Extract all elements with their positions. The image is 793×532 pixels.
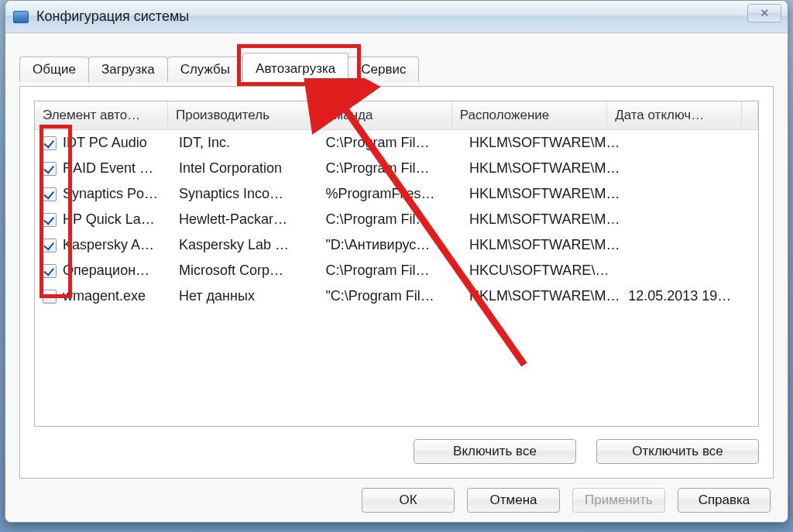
cell-location: HKLM\SOFTWARE\M… <box>462 184 620 204</box>
cell-date <box>620 261 758 280</box>
cell-vendor: Kaspersky Lab … <box>171 235 318 255</box>
cell-item: Synaptics Po… <box>35 184 171 204</box>
startup-listview[interactable]: Элемент авто… Производитель Команда Расп… <box>34 101 759 427</box>
cell-location: HKCU\SOFTWARE\… <box>462 261 620 280</box>
tab-general[interactable]: Общие <box>19 57 89 82</box>
row-checkbox[interactable] <box>43 290 57 304</box>
close-button[interactable]: ✕ <box>747 4 781 22</box>
disable-all-button[interactable]: Отключить все <box>596 439 759 464</box>
cell-item: RAID Event … <box>35 159 171 178</box>
cancel-button[interactable]: Отмена <box>467 488 560 513</box>
ok-button[interactable]: ОК <box>362 488 455 513</box>
cell-location: HKLM\SOFTWARE\M… <box>462 287 620 306</box>
cell-vendor: Microsoft Corp… <box>171 261 318 280</box>
titlebar[interactable]: Конфигурация системы ✕ <box>5 1 788 33</box>
row-checkbox[interactable] <box>43 213 57 227</box>
cell-item: Kaspersky A… <box>35 235 171 255</box>
cell-location: HKLM\SOFTWARE\M… <box>462 133 620 153</box>
cell-location: HKLM\SOFTWARE\M… <box>462 159 620 178</box>
cell-command: "D:\Антивирус… <box>318 235 462 255</box>
item-label: IDT PC Audio <box>63 135 147 151</box>
table-row[interactable]: Synaptics Po…Synaptics Inco…%ProgramFile… <box>35 181 758 207</box>
item-label: wmagent.exe <box>63 288 146 304</box>
cell-vendor: Intel Corporation <box>171 159 318 178</box>
col-header-date[interactable]: Дата отключ… <box>607 101 742 129</box>
row-checkbox[interactable] <box>43 187 57 201</box>
cell-date <box>620 184 758 204</box>
cell-command: C:\Program Fil… <box>318 210 462 229</box>
cell-date <box>620 235 758 255</box>
cell-item: HP Quick La… <box>35 210 171 229</box>
cell-item: Операцион… <box>35 261 171 280</box>
apply-button: Применить <box>572 488 665 513</box>
cell-item: wmagent.exe <box>35 287 171 306</box>
table-row[interactable]: wmagent.exeНет данных"C:\Program Fil…HKL… <box>35 283 758 309</box>
cell-date <box>620 159 758 178</box>
tab-services[interactable]: Службы <box>167 57 243 82</box>
cell-command: C:\Program Fil… <box>318 133 462 153</box>
cell-item: IDT PC Audio <box>35 133 171 153</box>
col-header-location[interactable]: Расположение <box>452 101 607 129</box>
table-row[interactable]: IDT PC AudioIDT, Inc.C:\Program Fil…HKLM… <box>35 130 758 156</box>
help-button[interactable]: Справка <box>678 488 771 513</box>
panel-button-row: Включить все Отключить все <box>34 427 759 464</box>
col-header-item[interactable]: Элемент авто… <box>35 101 168 129</box>
dialog-button-row: ОК Отмена Применить Справка <box>19 483 774 513</box>
tab-tools[interactable]: Сервис <box>348 57 419 82</box>
table-row[interactable]: RAID Event …Intel CorporationC:\Program … <box>35 156 758 181</box>
table-row[interactable]: Операцион…Microsoft Corp…C:\Program Fil…… <box>35 258 758 283</box>
cell-command: %ProgramFiles… <box>318 184 462 204</box>
window-title: Конфигурация системы <box>36 9 189 25</box>
tabstrip: Общие Загрузка Службы Автозагрузка Серви… <box>19 47 774 81</box>
cell-command: C:\Program Fil… <box>318 159 462 178</box>
row-checkbox[interactable] <box>43 239 57 252</box>
cell-vendor: Hewlett-Packar… <box>171 210 318 229</box>
col-header-command[interactable]: Команда <box>311 101 451 129</box>
tab-boot[interactable]: Загрузка <box>88 57 168 82</box>
row-checkbox[interactable] <box>43 136 57 150</box>
tab-startup[interactable]: Автозагрузка <box>242 53 348 82</box>
table-row[interactable]: HP Quick La…Hewlett-Packar…C:\Program Fi… <box>35 207 758 232</box>
enable-all-button[interactable]: Включить все <box>414 439 576 464</box>
item-label: RAID Event … <box>63 160 153 177</box>
cell-location: HKLM\SOFTWARE\M… <box>462 235 620 255</box>
item-label: HP Quick La… <box>63 211 155 228</box>
cell-command: C:\Program Fil… <box>318 261 462 280</box>
cell-location: HKLM\SOFTWARE\M… <box>462 210 620 229</box>
cell-date: 12.05.2013 19… <box>620 287 758 306</box>
cell-vendor: Synaptics Inco… <box>171 184 318 204</box>
cell-command: "C:\Program Fil… <box>318 287 462 306</box>
startup-tabpanel: Элемент авто… Производитель Команда Расп… <box>19 86 774 479</box>
item-label: Kaspersky A… <box>63 237 154 253</box>
msconfig-window: Конфигурация системы ✕ Общие Загрузка Сл… <box>5 0 788 523</box>
row-checkbox[interactable] <box>43 264 57 278</box>
item-label: Операцион… <box>63 263 149 279</box>
cell-date <box>620 210 758 229</box>
listview-header[interactable]: Элемент авто… Производитель Команда Расп… <box>35 101 758 130</box>
col-header-spacer <box>742 101 758 129</box>
client-area: Общие Загрузка Службы Автозагрузка Серви… <box>5 33 788 522</box>
cell-date <box>620 133 758 153</box>
cell-vendor: Нет данных <box>171 287 318 306</box>
listview-body: IDT PC AudioIDT, Inc.C:\Program Fil…HKLM… <box>35 130 758 426</box>
row-checkbox[interactable] <box>43 162 57 176</box>
item-label: Synaptics Po… <box>63 186 158 202</box>
col-header-vendor[interactable]: Производитель <box>168 101 311 129</box>
table-row[interactable]: Kaspersky A…Kaspersky Lab …"D:\Антивирус… <box>35 232 758 258</box>
cell-vendor: IDT, Inc. <box>171 133 318 153</box>
app-icon <box>13 11 29 23</box>
